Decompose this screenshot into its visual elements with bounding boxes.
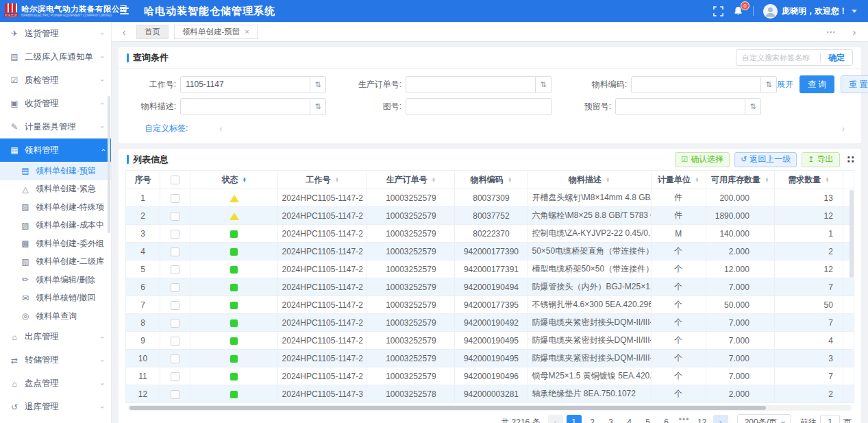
column-settings-icon[interactable]: ∷ bbox=[847, 154, 854, 165]
row-checkbox[interactable] bbox=[171, 337, 179, 346]
page-button[interactable]: 3 bbox=[604, 415, 619, 423]
col-work-no[interactable]: 工作号 ▲▼ bbox=[278, 171, 367, 189]
col-demand[interactable]: 需求数量 ▲▼ bbox=[774, 171, 843, 189]
notification-bell-icon[interactable]: 0 bbox=[733, 5, 743, 16]
sidebar-item[interactable]: ↺ 退库管理› bbox=[0, 396, 111, 419]
sidebar-item[interactable]: ▩ 领料单创建-委外组件 bbox=[0, 234, 111, 253]
sort-icon[interactable]: ▲▼ bbox=[508, 177, 512, 183]
filter-icon[interactable]: ⇅ bbox=[310, 76, 326, 93]
table-row[interactable]: 12 2024HPC1105-1147-3 10003252578 942000… bbox=[126, 385, 854, 403]
col-material-code[interactable]: 物料编码 ▲▼ bbox=[455, 171, 528, 189]
sidebar-item[interactable]: ▤ 二级库入库通知单› bbox=[0, 45, 111, 69]
table-row[interactable]: 3 2024HPC1105-1147-2 10003252579 8022237… bbox=[126, 225, 854, 243]
row-checkbox[interactable] bbox=[171, 372, 179, 381]
sidebar-item[interactable]: ▨ 领料单创建-成本中心 bbox=[0, 217, 111, 235]
table-row[interactable]: 9 2024HPC1105-1147-2 10003252579 9420001… bbox=[126, 332, 854, 350]
row-checkbox[interactable] bbox=[171, 283, 179, 292]
sidebar-item[interactable]: ▤ 领料单创建-预留 bbox=[0, 162, 111, 180]
close-icon[interactable]: × bbox=[245, 25, 249, 38]
table-row[interactable]: 8 2024HPC1105-1147-2 10003252579 9420001… bbox=[126, 314, 854, 332]
sidebar-item[interactable]: ✏ 领料单编辑/删除 bbox=[0, 271, 111, 289]
tab-back-icon[interactable]: ‹ bbox=[117, 26, 131, 38]
table-row[interactable]: 2 2024HPC1105-1147-2 10003252579 8003775… bbox=[126, 207, 854, 225]
sort-icon[interactable]: ▲▼ bbox=[765, 177, 769, 183]
sidebar-item[interactable]: ⌂ 出库管理› bbox=[0, 326, 111, 349]
page-button[interactable]: 6 bbox=[659, 415, 674, 423]
custom-tag-input[interactable] bbox=[736, 53, 820, 62]
sidebar-item[interactable]: ▦ 领料管理› bbox=[0, 138, 111, 162]
page-button[interactable]: 1 bbox=[567, 415, 582, 423]
table-row[interactable]: 5 2024HPC1105-1147-2 10003252579 9420001… bbox=[126, 261, 854, 278]
sidebar-item[interactable]: ◎ 领料单查询 bbox=[0, 307, 111, 326]
table-horizontal-scrollbar[interactable] bbox=[128, 405, 852, 411]
col-unit[interactable]: 计量单位 ▲▼ bbox=[651, 171, 706, 189]
tag-next-icon[interactable]: › bbox=[842, 123, 845, 134]
sidebar-item[interactable]: ▧ 领料单创建-特殊项目 bbox=[0, 198, 111, 217]
material-code-input[interactable] bbox=[631, 76, 761, 93]
more-pages-icon[interactable]: ••• bbox=[678, 415, 691, 423]
table-row[interactable]: 1 2024HPC1105-1147-2 10003252579 8003730… bbox=[126, 189, 854, 207]
row-checkbox[interactable] bbox=[171, 354, 179, 363]
row-checkbox[interactable] bbox=[171, 319, 179, 328]
col-stock[interactable]: 可用库存数量 ▲▼ bbox=[706, 171, 774, 189]
sidebar-item[interactable]: ⌂ 盘点管理› bbox=[0, 372, 111, 396]
sort-icon[interactable]: ▲▼ bbox=[243, 177, 247, 183]
col-order-no[interactable]: 生产订单号 ▲▼ bbox=[367, 171, 455, 189]
col-description[interactable]: 物料描述 ▲▼ bbox=[528, 171, 651, 189]
row-checkbox[interactable] bbox=[171, 265, 179, 274]
sidebar-item[interactable]: △ 领料单创建-紧急 bbox=[0, 180, 111, 199]
table-row[interactable]: 4 2024HPC1105-1147-2 10003252579 9420001… bbox=[126, 243, 854, 261]
sidebar-item[interactable]: ▥ 领料单创建-二级库 bbox=[0, 253, 111, 271]
table-row[interactable]: 6 2024HPC1105-1147-2 10003252579 9420001… bbox=[126, 278, 854, 296]
drawing-no-input[interactable] bbox=[406, 98, 552, 115]
row-checkbox[interactable] bbox=[171, 230, 179, 239]
sidebar-item[interactable]: ✈ 送货管理› bbox=[0, 22, 111, 45]
scrollbar-thumb[interactable] bbox=[129, 406, 766, 410]
fullscreen-icon[interactable] bbox=[713, 6, 723, 16]
sidebar-item[interactable]: ✎ 计量器具管理› bbox=[0, 115, 111, 138]
tab-home[interactable]: 首页 bbox=[136, 25, 169, 39]
tab-forward-icon[interactable]: › bbox=[847, 26, 861, 38]
tag-prev-icon[interactable]: ‹ bbox=[219, 123, 222, 134]
page-button[interactable]: 2 bbox=[585, 415, 600, 423]
page-button[interactable]: 12 bbox=[695, 415, 710, 423]
row-checkbox[interactable] bbox=[171, 212, 179, 221]
row-checkbox[interactable] bbox=[171, 194, 179, 203]
table-row[interactable]: 11 2024HPC1105-1147-2 10003252579 942000… bbox=[126, 367, 854, 385]
sort-icon[interactable]: ▲▼ bbox=[335, 177, 339, 183]
sort-icon[interactable]: ▲▼ bbox=[695, 177, 699, 183]
sidebar-item[interactable]: ⇄ 转储管理› bbox=[0, 349, 111, 372]
goto-page-input[interactable] bbox=[820, 415, 840, 423]
sidebar-item[interactable]: ▣ 收货管理› bbox=[0, 92, 111, 115]
custom-tag-label[interactable]: 自定义标签: bbox=[145, 123, 188, 134]
select-all-checkbox[interactable] bbox=[171, 176, 179, 184]
confirm-select-button[interactable]: ☑ 确认选择 bbox=[675, 152, 730, 167]
filter-icon[interactable]: ⇅ bbox=[536, 76, 551, 93]
sidebar-item[interactable]: ☑ 质检管理› bbox=[0, 69, 111, 92]
col-status[interactable]: 状态 ▲▼ bbox=[190, 171, 278, 189]
confirm-tag-button[interactable]: 确定 bbox=[821, 52, 852, 64]
search-button[interactable]: 查 询 bbox=[799, 75, 834, 93]
sort-icon[interactable]: ▲▼ bbox=[606, 177, 610, 183]
prev-page-icon[interactable]: ‹ bbox=[548, 415, 563, 423]
page-button[interactable]: 4 bbox=[622, 415, 637, 423]
expand-link[interactable]: 展开 bbox=[777, 79, 793, 90]
row-checkbox[interactable] bbox=[171, 390, 179, 399]
table-row[interactable]: 7 2024HPC1105-1147-2 10003252579 9420001… bbox=[126, 296, 854, 314]
sort-icon[interactable]: ▲▼ bbox=[432, 177, 436, 183]
filter-icon[interactable]: ⇅ bbox=[745, 98, 761, 115]
reserve-no-input[interactable] bbox=[615, 98, 745, 115]
tab-material-request-reserve[interactable]: 领料单创建-预留 × bbox=[174, 25, 258, 39]
back-parent-button[interactable]: ↺ 返回上一级 bbox=[734, 152, 797, 167]
more-icon[interactable]: ⋯ bbox=[826, 26, 836, 37]
work-no-input[interactable] bbox=[180, 76, 310, 93]
sort-icon[interactable]: ▲▼ bbox=[826, 177, 830, 183]
sidebar-scrollbar[interactable] bbox=[108, 96, 110, 233]
table-vertical-scrollbar[interactable] bbox=[850, 190, 854, 278]
user-menu[interactable]: 庞晓明，欢迎您！ bbox=[763, 4, 857, 19]
order-no-input[interactable] bbox=[406, 76, 536, 93]
filter-icon[interactable]: ⇅ bbox=[761, 76, 777, 93]
export-button[interactable]: ↥ 导出 bbox=[802, 152, 839, 167]
row-checkbox[interactable] bbox=[171, 247, 179, 256]
sidebar-item[interactable]: ✉ 领料单核销/撤回 bbox=[0, 289, 111, 308]
